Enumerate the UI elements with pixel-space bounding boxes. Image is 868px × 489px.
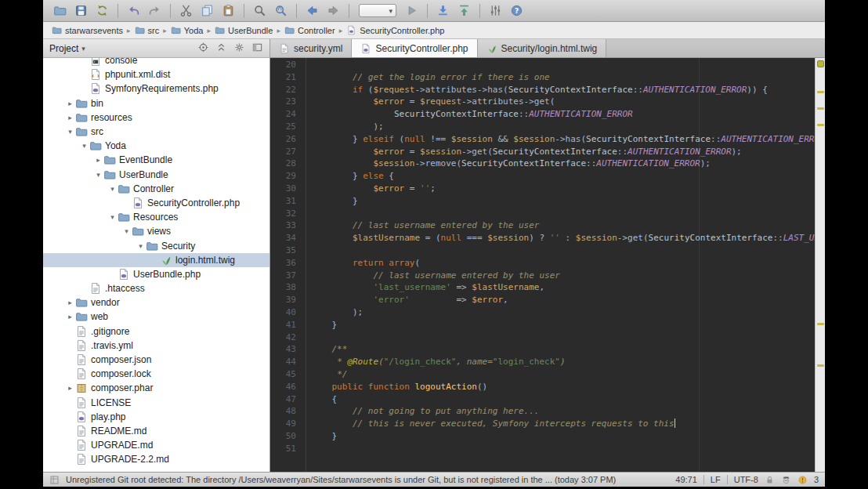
tree-item-views[interactable]: ▾views [43, 224, 269, 238]
collapse-arrow-icon[interactable]: ▾ [107, 213, 118, 221]
code-line[interactable]: * @Route("/login_check", name="login_che… [306, 357, 815, 369]
tree-item-eventbundle[interactable]: ▸EventBundle [43, 153, 269, 167]
code-line[interactable]: // last username entered by the user [306, 270, 815, 283]
breadcrumb-item-starwarsevents[interactable]: starwarsevents [49, 25, 125, 35]
settings-button[interactable] [486, 2, 505, 20]
tree-item-composer-json[interactable]: composer.json [43, 353, 269, 367]
tree-item-license[interactable]: LICENSE [43, 396, 269, 410]
code-line[interactable] [306, 444, 815, 456]
code-line[interactable]: 'last_username' => $lastUsername, [306, 282, 815, 295]
tree-item-src[interactable]: ▾src [43, 125, 269, 139]
expand-arrow-icon[interactable]: ▸ [65, 384, 75, 392]
forward-button[interactable] [324, 2, 343, 20]
collapse-arrow-icon[interactable]: ▾ [121, 227, 132, 235]
project-pane-title[interactable]: Project ▾ [49, 43, 85, 54]
code-line[interactable]: $lastUsername = (null === $session) ? ''… [306, 233, 815, 245]
tree-item-composer-phar[interactable]: ▸composer.phar [43, 381, 269, 395]
code-line[interactable]: return array( [306, 258, 815, 270]
code-line[interactable]: ); [306, 307, 815, 320]
code-line[interactable]: if ($request->attributes->has(SecurityCo… [306, 85, 815, 97]
undo-button[interactable] [124, 2, 143, 20]
code-line[interactable]: $error = $session->get(SecurityContextIn… [306, 147, 815, 159]
code-line[interactable] [306, 332, 815, 345]
code-line[interactable]: { [306, 394, 815, 407]
back-button[interactable] [302, 2, 322, 20]
breadcrumb-item-userbundle[interactable]: UserBundle [212, 25, 275, 35]
tab-security-yml[interactable]: security.yml [270, 39, 352, 57]
save-all-button[interactable] [71, 2, 91, 20]
tree-item-login-html-twig[interactable]: login.html.twig [43, 253, 269, 267]
tree-item-yoda[interactable]: ▾Yoda [43, 139, 269, 153]
error-stripe-mark[interactable] [817, 91, 824, 93]
tree-item-bin[interactable]: ▸bin [43, 96, 269, 110]
copy-button[interactable] [197, 2, 217, 20]
breadcrumb-item-controller[interactable]: Controller [282, 25, 338, 35]
code-line[interactable]: $session->remove(SecurityContextInterfac… [306, 158, 815, 171]
error-stripe-mark[interactable] [817, 124, 824, 126]
code-line[interactable] [306, 245, 815, 258]
status-message[interactable]: Unregistered Git root detected: The dire… [66, 475, 669, 484]
tree-item-composer-lock[interactable]: composer.lock [43, 367, 269, 381]
tree-item-console[interactable]: console [43, 58, 269, 67]
help-button[interactable]: ? [507, 2, 526, 20]
expand-arrow-icon[interactable]: ▸ [65, 313, 75, 321]
code-line[interactable]: } [306, 431, 815, 444]
cut-button[interactable] [176, 2, 196, 20]
open-folder-button[interactable] [50, 2, 70, 20]
line-separator-indicator[interactable]: LF [711, 475, 721, 484]
tree-item-vendor[interactable]: ▸vendor [43, 295, 269, 310]
code-line[interactable]: // not going to put anything here... [306, 406, 815, 418]
code-line[interactable]: 'error' => $error, [306, 295, 815, 307]
tree-item-security[interactable]: ▾Security [43, 238, 269, 252]
error-stripe-mark[interactable] [817, 107, 824, 110]
tree-item-userbundle[interactable]: ▾UserBundle [43, 168, 269, 182]
code-line[interactable] [306, 208, 815, 221]
collapse-arrow-icon[interactable]: ▾ [107, 185, 118, 193]
tree-item-resources[interactable]: ▾Resources [43, 210, 269, 224]
code-line[interactable]: } elseif (null !== $session && $session-… [306, 134, 815, 147]
collapse-arrow-icon[interactable]: ▾ [136, 242, 146, 250]
paste-button[interactable] [219, 2, 238, 20]
tree-item-readme-md[interactable]: README.md [43, 424, 269, 438]
tree-item-upgrade-2-2-md[interactable]: UPGRADE-2.2.md [43, 452, 269, 466]
collapse-arrow-icon[interactable]: ▾ [79, 142, 89, 150]
inspection-indicator-icon[interactable] [817, 60, 824, 67]
collapse-arrow-icon[interactable]: ▾ [65, 128, 75, 136]
update-project-button[interactable] [433, 2, 453, 20]
tab-securitycontroller-php[interactable]: SecurityController.php [352, 39, 477, 57]
tree-item-travis-yml[interactable]: .travis.yml [43, 339, 269, 353]
code-line[interactable]: */ [306, 369, 815, 382]
tree-item-resources[interactable]: ▸resources [43, 110, 269, 125]
code-line[interactable]: $error = $request->attributes->get( [306, 96, 815, 109]
code-line[interactable] [306, 60, 815, 72]
breadcrumb-item-yoda[interactable]: Yoda [168, 25, 206, 35]
statusbar-toggle-button[interactable] [49, 475, 60, 485]
replace-button[interactable] [271, 2, 291, 20]
tree-item-userbundle-php[interactable]: UserBundle.php [43, 267, 269, 281]
run-button[interactable] [402, 2, 421, 20]
redo-button[interactable] [145, 2, 165, 20]
readonly-lock-button[interactable] [765, 475, 775, 485]
code-line[interactable]: } else { [306, 171, 815, 183]
tree-item-controller[interactable]: ▾Controller [43, 182, 269, 196]
tree-item-securitycontroller-php[interactable]: SecurityController.php [43, 196, 269, 210]
expand-arrow-icon[interactable]: ▸ [65, 114, 75, 121]
error-stripe-mark[interactable] [817, 323, 824, 325]
breadcrumb-item-src[interactable]: src [132, 25, 162, 35]
tree-item-htaccess[interactable]: .htaccess [43, 281, 269, 295]
tree-item-upgrade-md[interactable]: UPGRADE.md [43, 438, 269, 452]
code-line[interactable]: // get the login error if there is one [306, 72, 815, 85]
code-line[interactable]: } [306, 320, 815, 332]
run-config-select[interactable]: ▾ [359, 4, 396, 17]
find-button[interactable] [250, 2, 269, 20]
code-line[interactable]: ); [306, 121, 815, 134]
caret-position[interactable]: 49:71 [675, 475, 697, 484]
gear-button[interactable] [233, 42, 245, 56]
expand-arrow-icon[interactable]: ▸ [65, 100, 75, 107]
expand-arrow-icon[interactable]: ▸ [65, 299, 75, 306]
code-line[interactable]: } [306, 196, 815, 208]
commit-button[interactable] [454, 2, 474, 20]
breadcrumb-item-securitycontroller-php[interactable]: SecurityController.php [344, 25, 447, 35]
hide-button[interactable] [251, 42, 263, 56]
tree-item-play-php[interactable]: play.php [43, 410, 269, 424]
